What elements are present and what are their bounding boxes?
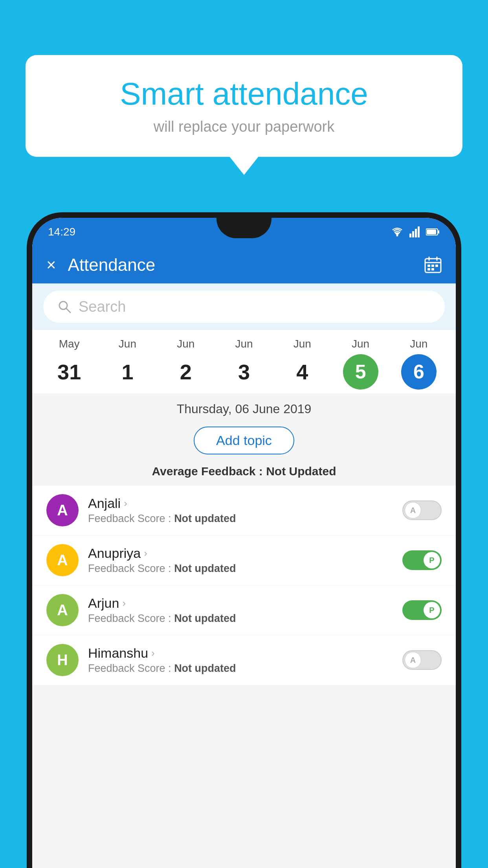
add-topic-container: Add topic — [32, 421, 456, 462]
toggle-knob: A — [405, 502, 421, 519]
wifi-icon — [391, 226, 404, 237]
phone-inner: 14:29 — [32, 218, 456, 868]
student-list: AAnjali ›Feedback Score : Not updatedAAA… — [32, 485, 456, 685]
svg-rect-1 — [409, 234, 411, 237]
student-item[interactable]: HHimanshu ›Feedback Score : Not updatedA — [32, 635, 456, 685]
avg-feedback-label: Average Feedback : — [152, 465, 262, 478]
feedback-value: Not updated — [174, 662, 236, 674]
student-name: Anjali › — [88, 496, 393, 511]
date-month: Jun — [294, 338, 311, 350]
notch — [216, 218, 272, 238]
date-day[interactable]: 4 — [284, 354, 320, 390]
feedback-score: Feedback Score : Not updated — [88, 612, 393, 625]
speech-bubble-container: Smart attendance will replace your paper… — [26, 55, 462, 157]
student-name: Arjun › — [88, 596, 393, 611]
feedback-value: Not updated — [174, 513, 236, 524]
attendance-toggle[interactable]: P — [402, 550, 442, 570]
attendance-toggle[interactable]: P — [402, 600, 442, 620]
svg-rect-2 — [412, 231, 414, 237]
student-avatar: H — [46, 644, 79, 676]
student-item[interactable]: AAnjali ›Feedback Score : Not updatedA — [32, 485, 456, 535]
header-title: Attendance — [68, 255, 424, 275]
selected-date-text: Thursday, 06 June 2019 — [177, 402, 312, 416]
svg-rect-4 — [418, 226, 420, 237]
date-columns: May31Jun1Jun2Jun3Jun4Jun5Jun6 — [32, 338, 456, 390]
screen-body: Search May31Jun1Jun2Jun3Jun4Jun5Jun6 Thu… — [32, 283, 456, 868]
svg-point-0 — [396, 235, 398, 237]
phone-frame: 14:29 — [27, 212, 461, 868]
phone-screen: 14:29 — [32, 218, 456, 868]
app-header: × Attendance — [32, 246, 456, 283]
date-month: May — [59, 338, 80, 350]
attendance-toggle[interactable]: A — [402, 650, 442, 670]
date-day[interactable]: 1 — [110, 354, 145, 390]
date-col[interactable]: May31 — [48, 338, 91, 390]
chevron-right-icon: › — [124, 497, 127, 509]
svg-rect-6 — [438, 230, 439, 234]
date-day[interactable]: 2 — [168, 354, 204, 390]
svg-rect-12 — [427, 265, 430, 267]
student-avatar: A — [46, 544, 79, 576]
calendar-icon[interactable] — [424, 256, 442, 274]
date-day[interactable]: 31 — [51, 354, 87, 390]
feedback-score: Feedback Score : Not updated — [88, 513, 393, 525]
student-item[interactable]: AAnupriya ›Feedback Score : Not updatedP — [32, 535, 456, 585]
search-container: Search — [32, 283, 456, 330]
student-info: Anupriya ›Feedback Score : Not updated — [88, 546, 393, 575]
bubble-subtitle: will replace your paperwork — [49, 118, 439, 135]
search-icon — [57, 300, 72, 314]
date-day[interactable]: 3 — [226, 354, 262, 390]
date-day[interactable]: 5 — [343, 354, 378, 390]
date-col[interactable]: Jun2 — [164, 338, 207, 390]
svg-rect-13 — [431, 265, 434, 267]
search-bar[interactable]: Search — [43, 291, 445, 323]
student-avatar: A — [46, 494, 79, 526]
date-month: Jun — [410, 338, 427, 350]
student-name: Anupriya › — [88, 546, 393, 561]
date-col[interactable]: Jun5 — [339, 338, 382, 390]
feedback-value: Not updated — [174, 612, 236, 624]
status-icons — [391, 226, 440, 237]
svg-rect-15 — [427, 268, 430, 270]
status-bar: 14:29 — [32, 218, 456, 246]
date-col[interactable]: Jun3 — [222, 338, 266, 390]
avg-feedback-value: Not Updated — [266, 465, 336, 478]
feedback-score: Feedback Score : Not updated — [88, 662, 393, 675]
date-col[interactable]: Jun4 — [281, 338, 324, 390]
feedback-score: Feedback Score : Not updated — [88, 563, 393, 575]
svg-rect-7 — [427, 230, 436, 234]
svg-rect-3 — [415, 229, 417, 237]
speech-bubble: Smart attendance will replace your paper… — [26, 55, 462, 157]
svg-line-18 — [66, 309, 70, 313]
date-col[interactable]: Jun6 — [397, 338, 440, 390]
date-month: Jun — [177, 338, 194, 350]
battery-icon — [426, 228, 440, 236]
chevron-right-icon: › — [144, 547, 147, 559]
student-avatar: A — [46, 594, 79, 626]
date-month: Jun — [235, 338, 253, 350]
date-month: Jun — [352, 338, 369, 350]
attendance-toggle[interactable]: A — [402, 500, 442, 520]
chevron-right-icon: › — [151, 647, 155, 659]
date-strip: May31Jun1Jun2Jun3Jun4Jun5Jun6 — [32, 330, 456, 394]
search-placeholder: Search — [79, 298, 126, 315]
signal-icon — [409, 226, 420, 237]
add-topic-button[interactable]: Add topic — [194, 427, 294, 454]
student-item[interactable]: AArjun ›Feedback Score : Not updatedP — [32, 585, 456, 635]
student-info: Arjun ›Feedback Score : Not updated — [88, 596, 393, 625]
toggle-knob: P — [424, 552, 440, 568]
feedback-value: Not updated — [174, 563, 236, 574]
date-col[interactable]: Jun1 — [106, 338, 149, 390]
student-info: Himanshu ›Feedback Score : Not updated — [88, 645, 393, 675]
close-button[interactable]: × — [46, 256, 56, 274]
toggle-knob: P — [424, 602, 440, 618]
status-time: 14:29 — [48, 226, 75, 238]
student-name: Himanshu › — [88, 645, 393, 661]
svg-rect-14 — [435, 265, 438, 267]
toggle-knob: A — [405, 652, 421, 668]
student-info: Anjali ›Feedback Score : Not updated — [88, 496, 393, 525]
date-day[interactable]: 6 — [401, 354, 437, 390]
svg-rect-16 — [431, 268, 434, 270]
avg-feedback: Average Feedback : Not Updated — [32, 462, 456, 485]
chevron-right-icon: › — [122, 597, 126, 609]
